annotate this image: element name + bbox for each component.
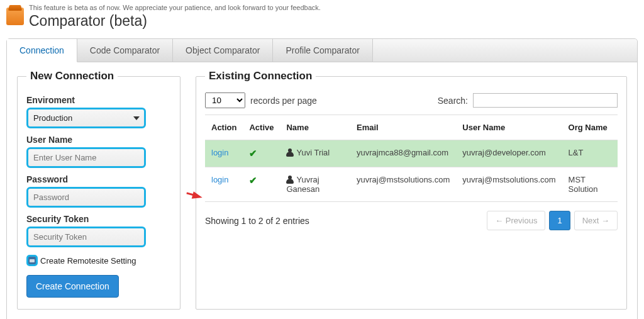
- beta-note: This feature is beta as of now. We appre…: [29, 4, 321, 11]
- col-active[interactable]: Active: [243, 115, 280, 140]
- next-page-button[interactable]: Next →: [574, 211, 618, 230]
- tab-profile-comparator[interactable]: Profile Comparator: [273, 39, 373, 62]
- cell-email: yuvraj@mstsolutions.com: [350, 167, 456, 202]
- tab-object-comparator[interactable]: Object Comparator: [173, 39, 273, 62]
- cell-name: Yuvi Trial: [296, 148, 330, 157]
- search-input[interactable]: [473, 93, 618, 108]
- col-username[interactable]: User Name: [456, 115, 562, 140]
- cell-email: yuvrajmca88@gmail.com: [350, 140, 456, 167]
- username-input[interactable]: [26, 147, 146, 168]
- tab-bar: Connection Code Comparator Object Compar…: [7, 39, 637, 62]
- table-row: login ✔ Yuvi Trial yuvrajmca88@gmail.com…: [205, 140, 618, 167]
- new-connection-panel: New Connection Enviroment Production Use…: [17, 70, 180, 310]
- cell-org: L&T: [562, 140, 618, 167]
- check-icon: ✔: [249, 175, 257, 186]
- connections-table: Action Active Name Email User Name Org N…: [205, 115, 618, 202]
- existing-connection-legend: Existing Connection: [205, 70, 316, 82]
- col-org[interactable]: Org Name: [562, 115, 618, 140]
- col-action[interactable]: Action: [205, 115, 243, 140]
- page-title: Comparator (beta): [29, 13, 321, 30]
- login-link[interactable]: login: [211, 148, 228, 157]
- security-token-label: Security Token: [26, 214, 171, 224]
- new-connection-legend: New Connection: [26, 70, 118, 82]
- col-email[interactable]: Email: [350, 115, 456, 140]
- password-input[interactable]: [26, 187, 146, 208]
- search-label: Search:: [438, 96, 468, 106]
- showing-text: Showing 1 to 2 of 2 entries: [205, 216, 309, 226]
- prev-page-button[interactable]: ← Previous: [487, 211, 545, 230]
- check-icon: ✔: [249, 148, 257, 159]
- tab-code-comparator[interactable]: Code Comparator: [77, 39, 173, 62]
- create-connection-button[interactable]: Create Connection: [26, 275, 119, 298]
- remotesite-checkbox[interactable]: [26, 255, 38, 266]
- arrow-annotation-icon: [192, 191, 204, 201]
- cell-username: yuvraj@developer.com: [456, 140, 562, 167]
- password-label: Password: [26, 174, 171, 184]
- login-link[interactable]: login: [211, 175, 228, 184]
- records-per-page-select[interactable]: 10: [205, 92, 245, 108]
- tab-connection[interactable]: Connection: [7, 39, 77, 62]
- col-name[interactable]: Name: [280, 115, 350, 140]
- table-row: login ✔ Yuvraj Ganesan yuvraj@mstsolutio…: [205, 167, 618, 202]
- records-per-page-label: records per page: [250, 96, 317, 106]
- person-icon: [286, 148, 294, 156]
- remotesite-label: Create Remotesite Setting: [40, 256, 136, 266]
- app-icon: [6, 8, 24, 25]
- existing-connection-panel: Existing Connection 10 records per page …: [196, 70, 627, 310]
- environment-select[interactable]: Production: [26, 108, 146, 128]
- cell-username: yuvraj@mstsolutions.com: [456, 167, 562, 202]
- environment-label: Enviroment: [26, 95, 171, 105]
- page-number-button[interactable]: 1: [549, 211, 570, 230]
- cell-org: MST Solution: [562, 167, 618, 202]
- person-icon: [286, 176, 294, 183]
- username-label: User Name: [26, 135, 171, 145]
- security-token-input[interactable]: [26, 227, 146, 247]
